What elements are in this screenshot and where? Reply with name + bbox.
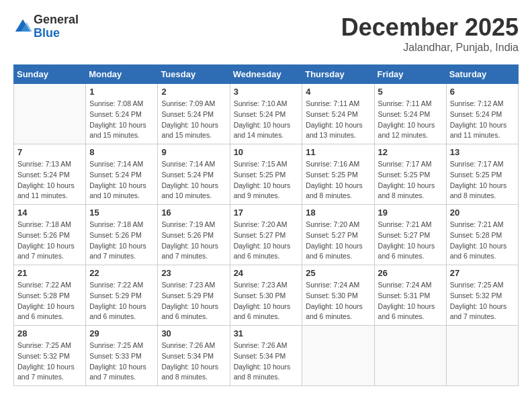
day-cell: 18Sunrise: 7:20 AM Sunset: 5:27 PM Dayli… (302, 205, 374, 265)
day-cell: 5Sunrise: 7:11 AM Sunset: 5:24 PM Daylig… (374, 84, 446, 144)
day-number: 30 (161, 328, 226, 338)
logo: General Blue (13, 13, 79, 40)
page-header: General Blue December 2025 Jalandhar, Pu… (13, 13, 519, 54)
day-info: Sunrise: 7:09 AM Sunset: 5:24 PM Dayligh… (161, 99, 226, 141)
day-number: 2 (161, 87, 226, 97)
day-info: Sunrise: 7:12 AM Sunset: 5:24 PM Dayligh… (450, 99, 515, 141)
day-info: Sunrise: 7:23 AM Sunset: 5:29 PM Dayligh… (161, 280, 226, 322)
day-cell: 6Sunrise: 7:12 AM Sunset: 5:24 PM Daylig… (446, 84, 518, 144)
title-block: December 2025 Jalandhar, Punjab, India (341, 13, 519, 54)
day-cell: 19Sunrise: 7:21 AM Sunset: 5:27 PM Dayli… (374, 205, 446, 265)
day-number: 19 (378, 208, 443, 218)
day-info: Sunrise: 7:10 AM Sunset: 5:24 PM Dayligh… (234, 99, 299, 141)
day-info: Sunrise: 7:26 AM Sunset: 5:34 PM Dayligh… (161, 340, 226, 383)
day-cell: 26Sunrise: 7:24 AM Sunset: 5:31 PM Dayli… (374, 265, 446, 326)
day-cell: 16Sunrise: 7:19 AM Sunset: 5:26 PM Dayli… (158, 205, 230, 265)
day-cell: 13Sunrise: 7:17 AM Sunset: 5:25 PM Dayli… (446, 144, 518, 205)
month-title: December 2025 (341, 13, 519, 42)
day-info: Sunrise: 7:20 AM Sunset: 5:27 PM Dayligh… (234, 220, 299, 262)
day-info: Sunrise: 7:23 AM Sunset: 5:30 PM Dayligh… (234, 280, 299, 322)
day-info: Sunrise: 7:17 AM Sunset: 5:25 PM Dayligh… (450, 159, 515, 201)
header-wednesday: Wednesday (230, 65, 302, 84)
day-cell: 23Sunrise: 7:23 AM Sunset: 5:29 PM Dayli… (158, 265, 230, 326)
day-info: Sunrise: 7:24 AM Sunset: 5:31 PM Dayligh… (378, 280, 443, 322)
day-number: 3 (234, 87, 299, 97)
logo-general-text: General (34, 13, 79, 27)
day-cell: 2Sunrise: 7:09 AM Sunset: 5:24 PM Daylig… (158, 84, 230, 144)
day-info: Sunrise: 7:11 AM Sunset: 5:24 PM Dayligh… (306, 99, 370, 141)
day-cell: 29Sunrise: 7:25 AM Sunset: 5:33 PM Dayli… (86, 326, 158, 386)
calendar-header-row: SundayMondayTuesdayWednesdayThursdayFrid… (14, 65, 519, 84)
day-cell (374, 326, 446, 386)
day-info: Sunrise: 7:18 AM Sunset: 5:26 PM Dayligh… (89, 220, 154, 262)
day-info: Sunrise: 7:25 AM Sunset: 5:32 PM Dayligh… (17, 340, 82, 383)
day-number: 17 (234, 208, 299, 218)
day-number: 10 (234, 147, 299, 157)
day-info: Sunrise: 7:25 AM Sunset: 5:32 PM Dayligh… (450, 280, 515, 322)
header-saturday: Saturday (446, 65, 518, 84)
week-row-4: 21Sunrise: 7:22 AM Sunset: 5:28 PM Dayli… (14, 265, 519, 326)
day-info: Sunrise: 7:18 AM Sunset: 5:26 PM Dayligh… (17, 220, 82, 262)
day-info: Sunrise: 7:21 AM Sunset: 5:28 PM Dayligh… (450, 220, 515, 262)
day-info: Sunrise: 7:22 AM Sunset: 5:28 PM Dayligh… (17, 280, 82, 322)
day-cell: 4Sunrise: 7:11 AM Sunset: 5:24 PM Daylig… (302, 84, 374, 144)
day-number: 29 (89, 328, 154, 338)
logo-blue-text: Blue (34, 27, 79, 40)
day-number: 9 (161, 147, 226, 157)
day-info: Sunrise: 7:15 AM Sunset: 5:25 PM Dayligh… (234, 159, 299, 201)
day-number: 26 (378, 268, 443, 278)
day-number: 23 (161, 268, 226, 278)
day-cell: 30Sunrise: 7:26 AM Sunset: 5:34 PM Dayli… (158, 326, 230, 386)
header-thursday: Thursday (302, 65, 374, 84)
day-info: Sunrise: 7:21 AM Sunset: 5:27 PM Dayligh… (378, 220, 443, 262)
calendar-table: SundayMondayTuesdayWednesdayThursdayFrid… (13, 64, 519, 386)
day-number: 31 (234, 328, 299, 338)
day-info: Sunrise: 7:22 AM Sunset: 5:29 PM Dayligh… (89, 280, 154, 322)
header-monday: Monday (86, 65, 158, 84)
day-cell: 27Sunrise: 7:25 AM Sunset: 5:32 PM Dayli… (446, 265, 518, 326)
day-cell: 11Sunrise: 7:16 AM Sunset: 5:25 PM Dayli… (302, 144, 374, 205)
day-cell (446, 326, 518, 386)
day-number: 20 (450, 208, 515, 218)
day-cell: 17Sunrise: 7:20 AM Sunset: 5:27 PM Dayli… (230, 205, 302, 265)
day-cell (14, 84, 86, 144)
day-info: Sunrise: 7:16 AM Sunset: 5:25 PM Dayligh… (306, 159, 370, 201)
day-cell (302, 326, 374, 386)
day-cell: 21Sunrise: 7:22 AM Sunset: 5:28 PM Dayli… (14, 265, 86, 326)
day-number: 11 (306, 147, 370, 157)
day-info: Sunrise: 7:14 AM Sunset: 5:24 PM Dayligh… (161, 159, 226, 201)
day-info: Sunrise: 7:25 AM Sunset: 5:33 PM Dayligh… (89, 340, 154, 383)
logo-icon (13, 17, 32, 36)
day-number: 1 (89, 87, 154, 97)
day-cell: 12Sunrise: 7:17 AM Sunset: 5:25 PM Dayli… (374, 144, 446, 205)
header-sunday: Sunday (14, 65, 86, 84)
day-cell: 8Sunrise: 7:14 AM Sunset: 5:24 PM Daylig… (86, 144, 158, 205)
day-number: 18 (306, 208, 370, 218)
day-cell: 3Sunrise: 7:10 AM Sunset: 5:24 PM Daylig… (230, 84, 302, 144)
day-cell: 10Sunrise: 7:15 AM Sunset: 5:25 PM Dayli… (230, 144, 302, 205)
day-cell: 20Sunrise: 7:21 AM Sunset: 5:28 PM Dayli… (446, 205, 518, 265)
week-row-2: 7Sunrise: 7:13 AM Sunset: 5:24 PM Daylig… (14, 144, 519, 205)
day-number: 7 (17, 147, 82, 157)
day-number: 15 (89, 208, 154, 218)
day-cell: 14Sunrise: 7:18 AM Sunset: 5:26 PM Dayli… (14, 205, 86, 265)
day-info: Sunrise: 7:13 AM Sunset: 5:24 PM Dayligh… (17, 159, 82, 201)
day-number: 8 (89, 147, 154, 157)
week-row-3: 14Sunrise: 7:18 AM Sunset: 5:26 PM Dayli… (14, 205, 519, 265)
header-friday: Friday (374, 65, 446, 84)
day-number: 16 (161, 208, 226, 218)
day-cell: 25Sunrise: 7:24 AM Sunset: 5:30 PM Dayli… (302, 265, 374, 326)
day-info: Sunrise: 7:26 AM Sunset: 5:34 PM Dayligh… (234, 340, 299, 383)
day-cell: 31Sunrise: 7:26 AM Sunset: 5:34 PM Dayli… (230, 326, 302, 386)
day-number: 13 (450, 147, 515, 157)
day-info: Sunrise: 7:17 AM Sunset: 5:25 PM Dayligh… (378, 159, 443, 201)
day-info: Sunrise: 7:11 AM Sunset: 5:24 PM Dayligh… (378, 99, 443, 141)
day-number: 25 (306, 268, 370, 278)
day-cell: 7Sunrise: 7:13 AM Sunset: 5:24 PM Daylig… (14, 144, 86, 205)
day-number: 14 (17, 208, 82, 218)
day-cell: 28Sunrise: 7:25 AM Sunset: 5:32 PM Dayli… (14, 326, 86, 386)
day-info: Sunrise: 7:08 AM Sunset: 5:24 PM Dayligh… (89, 99, 154, 141)
day-cell: 15Sunrise: 7:18 AM Sunset: 5:26 PM Dayli… (86, 205, 158, 265)
location: Jalandhar, Punjab, India (341, 42, 519, 54)
day-number: 24 (234, 268, 299, 278)
